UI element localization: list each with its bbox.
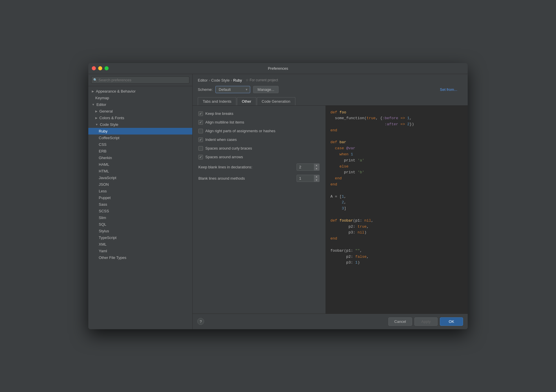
checkbox-align-multiline[interactable] — [198, 120, 203, 125]
code-line: 2, — [330, 200, 463, 206]
sidebar-item-label: Other File Types — [99, 255, 126, 260]
tab-code-generation[interactable]: Code Generation — [257, 97, 295, 105]
sidebar-item-appearance[interactable]: ▶Appearance & Behavior — [88, 88, 192, 95]
breadcrumb-sep1: › — [209, 78, 210, 82]
breadcrumb-code-style: Code Style — [211, 78, 230, 82]
code-line: p3: 1) — [330, 260, 463, 266]
search-icon: 🔍 — [93, 78, 97, 82]
option-row-indent-cases: Indent when cases — [198, 137, 320, 142]
sidebar-item-ruby[interactable]: Ruby — [88, 128, 192, 135]
numeric-input-wrap-blank-lines-decl: ▲▼ — [297, 163, 320, 171]
maximize-button[interactable] — [105, 66, 109, 70]
numeric-label-blank-lines-methods: Blank lines around methods — [198, 176, 294, 181]
sidebar-item-label: Colors & Fonts — [99, 116, 124, 120]
sidebar-item-json[interactable]: JSON — [88, 181, 192, 188]
close-button[interactable] — [92, 66, 96, 70]
sidebar-item-label: Appearance & Behavior — [96, 89, 136, 93]
sidebar-item-keymap[interactable]: Keymap — [88, 95, 192, 101]
sidebar-item-javascript[interactable]: JavaScript — [88, 174, 192, 181]
spin-down-blank-lines-decl[interactable]: ▼ — [314, 167, 319, 171]
sidebar-item-other-file-types[interactable]: Other File Types — [88, 254, 192, 261]
spin-up-blank-lines-methods[interactable]: ▲ — [314, 175, 319, 178]
breadcrumb-ruby: Ruby — [233, 78, 242, 82]
panel-header: Editor › Code Style › Ruby ☆ For current… — [193, 74, 468, 106]
code-line: end — [330, 236, 463, 242]
preferences-window: Preferences 🔍 ▶Appearance & BehaviorKeym… — [88, 63, 468, 329]
code-line: p2: false, — [330, 254, 463, 260]
sidebar-item-label: Ruby — [99, 129, 107, 133]
sidebar-item-label: XML — [99, 242, 107, 246]
code-line: def bar — [330, 139, 463, 146]
help-button[interactable]: ? — [197, 318, 204, 325]
checkbox-spaces-arrows[interactable] — [198, 155, 203, 159]
breadcrumb: Editor › Code Style › Ruby ☆ For current… — [198, 78, 462, 82]
options-panel: Keep line breaksAlign multiline list ite… — [193, 106, 326, 314]
code-line: when 1 — [330, 152, 463, 158]
right-panel: Editor › Code Style › Ruby ☆ For current… — [193, 74, 468, 329]
checkbox-indent-cases[interactable] — [198, 137, 203, 142]
apply-button[interactable]: Apply — [414, 317, 438, 326]
option-row-spaces-arrows: Spaces around arrows — [198, 155, 320, 159]
spinner-blank-lines-decl: ▲▼ — [314, 164, 319, 171]
cancel-button[interactable]: Cancel — [388, 317, 412, 326]
code-line: def foobar(p1: nil, — [330, 218, 463, 224]
sidebar-item-sql[interactable]: SQL — [88, 221, 192, 228]
breadcrumb-sep2: › — [231, 78, 232, 82]
tree-arrow-icon: ▶ — [95, 110, 98, 113]
sidebar-item-editor[interactable]: ▼Editor — [88, 101, 192, 108]
tree: ▶Appearance & BehaviorKeymap▼Editor▶Gene… — [88, 86, 192, 329]
spinner-blank-lines-methods: ▲▼ — [314, 175, 319, 182]
scheme-select[interactable]: Default Project — [215, 86, 250, 93]
sidebar-item-scss[interactable]: SCSS — [88, 208, 192, 214]
main-content: 🔍 ▶Appearance & BehaviorKeymap▼Editor▶Ge… — [88, 74, 468, 329]
option-label-indent-cases: Indent when cases — [205, 137, 237, 142]
code-line: end — [330, 176, 463, 182]
checkbox-align-right-parts[interactable] — [198, 129, 203, 133]
sidebar-item-gherkin[interactable]: Gherkin — [88, 154, 192, 161]
sidebar-item-colors-fonts[interactable]: ▶Colors & Fonts — [88, 115, 192, 121]
code-line: :after => 2}) — [330, 122, 463, 128]
sidebar-item-label: Editor — [96, 102, 106, 107]
sidebar-item-code-style[interactable]: ▼Code Style — [88, 121, 192, 128]
sidebar-item-coffeescript[interactable]: CoffeeScript — [88, 135, 192, 141]
sidebar-item-label: HTML — [99, 169, 109, 173]
code-line: else — [330, 164, 463, 170]
minimize-button[interactable] — [98, 66, 102, 70]
tab-other[interactable]: Other — [237, 97, 256, 105]
set-from-link[interactable]: Set from... — [440, 87, 457, 92]
sidebar-item-label: Keymap — [95, 96, 109, 100]
sidebar-item-general[interactable]: ▶General — [88, 108, 192, 115]
spin-up-blank-lines-decl[interactable]: ▲ — [314, 164, 319, 167]
sidebar-item-stylus[interactable]: Stylus — [88, 228, 192, 234]
option-label-align-right-parts: Align right parts of assignments or hash… — [205, 129, 275, 133]
manage-button[interactable]: Manage... — [253, 86, 279, 93]
search-input[interactable] — [91, 76, 189, 84]
checkbox-spaces-curly[interactable] — [198, 146, 203, 151]
checkbox-keep-line-breaks[interactable] — [198, 111, 203, 116]
footer-left: ? — [197, 318, 204, 325]
sidebar-item-label: General — [99, 109, 113, 113]
sidebar-item-less[interactable]: Less — [88, 188, 192, 194]
sidebar-item-css[interactable]: CSS — [88, 141, 192, 148]
sidebar-item-sass[interactable]: Sass — [88, 201, 192, 208]
sidebar-item-html[interactable]: HTML — [88, 168, 192, 174]
sidebar-item-haml[interactable]: HAML — [88, 161, 192, 168]
sidebar-item-xml[interactable]: XML — [88, 241, 192, 248]
option-label-align-multiline: Align multiline list items — [205, 120, 244, 124]
ok-button[interactable]: OK — [440, 317, 463, 326]
sidebar-item-label: SCSS — [99, 209, 109, 213]
sidebar-item-label: Gherkin — [99, 156, 112, 160]
sidebar-item-erb[interactable]: ERB — [88, 148, 192, 154]
tree-arrow-icon: ▶ — [92, 90, 94, 93]
tree-arrow-icon: ▶ — [95, 116, 98, 119]
tab-tabs-indents[interactable]: Tabs and Indents — [198, 97, 236, 105]
sidebar-item-yaml[interactable]: Yaml — [88, 248, 192, 254]
sidebar-item-slim[interactable]: Slim — [88, 214, 192, 221]
spin-down-blank-lines-methods[interactable]: ▼ — [314, 178, 319, 182]
search-box: 🔍 — [88, 74, 192, 86]
sidebar-item-label: CoffeeScript — [99, 136, 119, 140]
code-line — [330, 242, 463, 248]
sidebar-item-puppet[interactable]: Puppet — [88, 194, 192, 201]
sidebar-item-label: Yaml — [99, 249, 107, 253]
sidebar-item-typescript[interactable]: TypeScript — [88, 234, 192, 241]
